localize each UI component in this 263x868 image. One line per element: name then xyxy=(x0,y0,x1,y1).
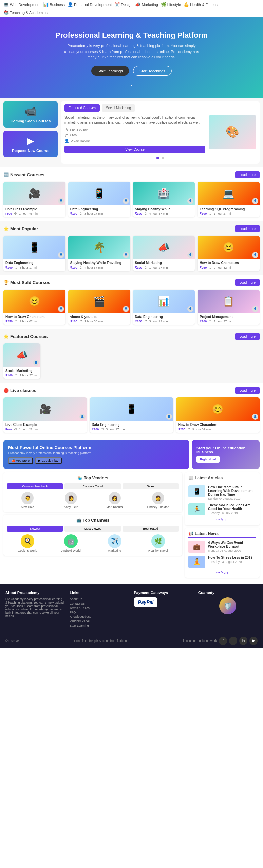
dot-2[interactable] xyxy=(162,157,164,159)
featured-tab-0[interactable]: Featured Courses xyxy=(64,104,100,112)
news-info: 4 Ways We Can Avoid Workplace Burnout Mo… xyxy=(208,541,256,552)
channel-item[interactable]: ✈️ Marketing xyxy=(94,534,135,552)
nav-icon: 💪 xyxy=(184,2,189,7)
clock-icon: ⏱ xyxy=(15,374,18,377)
newest-header: 🆕 Newest Courses Load more xyxy=(3,171,260,178)
right-now-button[interactable]: Right Now! xyxy=(196,456,220,463)
course-duration: 3 hour 17 min xyxy=(106,428,125,431)
live-icon: 🔴 xyxy=(3,388,9,393)
course-thumb-icon: 🏥 xyxy=(158,188,170,199)
avatar: 👤 xyxy=(166,414,172,420)
course-card[interactable]: 📣 👤 Social Marketing ₹100 ⏱ 1 hour 27 mi… xyxy=(133,236,195,271)
footer-link[interactable]: FAQ xyxy=(70,611,129,614)
course-duration: 4 hour 57 min xyxy=(149,212,168,215)
coming-soon-icon: 📹 xyxy=(7,106,54,117)
channel-item[interactable]: 🌿 Healthy Travel xyxy=(137,534,179,552)
course-title: Social Marketing xyxy=(5,369,38,373)
vendor-tab-1[interactable]: Courses Count xyxy=(64,483,121,489)
course-card[interactable]: 😊 👤 How to Draw Characters ₹250 ⏱ 9 hour… xyxy=(198,236,260,271)
course-card[interactable]: 💻 👤 Learning SQL Programming ₹100 ⏱ 1 ho… xyxy=(198,182,260,217)
course-duration: 1 hour 27 min xyxy=(149,266,168,269)
footer-link[interactable]: About Us xyxy=(70,597,129,601)
articles-more-link[interactable]: ••• More xyxy=(188,518,256,522)
vendor-item[interactable]: 👩 Lindsey Thaxton xyxy=(137,492,179,509)
article-item[interactable]: 🏃 These So-Called Vices Are Good for You… xyxy=(188,503,256,515)
newest-load-more[interactable]: Load more xyxy=(235,171,260,178)
request-icon: ▶ xyxy=(7,135,54,146)
footer-link[interactable]: Start Learning xyxy=(70,624,129,627)
course-price: ₹100 xyxy=(70,320,77,323)
course-card[interactable]: 🎥 👤 Live Class Example Free ⏱ 1 hour 45 … xyxy=(3,397,87,433)
nav-item-design[interactable]: ✂️Design xyxy=(114,2,132,7)
request-course-card[interactable]: ▶ Request New Course xyxy=(3,131,58,157)
news-item[interactable]: 🧘 How To Stress Less in 2019 Tuesday 04 … xyxy=(188,556,256,568)
course-card[interactable]: 📊 👤 Data Engineering ₹100 ⏱ 3 hour 17 mi… xyxy=(133,290,195,325)
dot-1[interactable] xyxy=(156,157,159,159)
article-item[interactable]: 📱 How One Mom Fits in Learning Web Devel… xyxy=(188,485,256,500)
facebook-icon[interactable]: f xyxy=(219,637,227,645)
start-teachings-button[interactable]: Start Teachings xyxy=(133,66,172,76)
course-card[interactable]: 📱 👤 Data Engineering ₹100 ⏱ 3 hour 17 mi… xyxy=(3,236,65,271)
footer-link[interactable]: Vendors Panel xyxy=(70,619,129,623)
live-load-more[interactable]: Load more xyxy=(235,387,260,394)
nav-item-web-development[interactable]: 💻Web Development xyxy=(3,2,40,7)
course-card[interactable]: 📱 👤 Data Engineering ₹100 ⏱ 3 hour 17 mi… xyxy=(90,397,173,433)
channel-tab-1[interactable]: Most Viewed xyxy=(64,526,121,532)
nav-item-marketing[interactable]: 📣Marketing xyxy=(135,2,158,7)
view-course-button[interactable]: View Course xyxy=(64,146,205,153)
channel-item[interactable]: 🍳 Cooking world xyxy=(7,534,48,552)
popular-title: ⭐ Most Popular xyxy=(3,226,38,231)
nav-item-lifestyle[interactable]: 🌿Lifestyle xyxy=(161,2,181,7)
featured-tabs: Featured CoursesSocial Marketing xyxy=(64,104,256,112)
course-card[interactable]: 🏥 👤 Staying Healthy While... ₹100 ⏱ 4 ho… xyxy=(133,182,195,217)
channel-tab-2[interactable]: Best Rated xyxy=(123,526,179,532)
coming-soon-card[interactable]: 📹 Coming Soon Courses xyxy=(3,101,58,128)
follow-text: Follow us on social network xyxy=(180,639,217,643)
course-title: vimeo & youtube xyxy=(70,315,128,319)
vendor-item[interactable]: 👩 Andy Field xyxy=(50,492,92,509)
top-channels-section: 📺 Top Channels NewestMost ViewedBest Rat… xyxy=(3,515,182,556)
nav-item-personal-development[interactable]: 👤Personal Development xyxy=(68,2,112,7)
course-card[interactable]: 📣 👤 Social Marketing ₹100 ⏱ 1 hour 27 mi… xyxy=(3,343,40,379)
vendor-tab-0[interactable]: Courses Feedback xyxy=(7,483,63,489)
vendor-item[interactable]: 👩 Mari Kasura xyxy=(94,492,135,509)
course-card[interactable]: 📋 👤 Project Management ₹100 ⏱ 1 hour 27 … xyxy=(198,290,260,325)
course-card[interactable]: 🌴 👤 Staying Healthy While Traveling ₹100… xyxy=(68,236,130,271)
sold-load-more[interactable]: Load more xyxy=(235,279,260,286)
news-item[interactable]: 💼 4 Ways We Can Avoid Workplace Burnout … xyxy=(188,541,256,553)
start-learnings-button[interactable]: Start Learnings xyxy=(91,66,129,76)
course-card[interactable]: 🎬 👤 vimeo & youtube ₹100 ⏱ 1 hour 30 min xyxy=(68,290,130,325)
footer-link[interactable]: Contact Us xyxy=(70,602,129,605)
twitter-icon[interactable]: t xyxy=(229,637,237,645)
course-price: ₹100 xyxy=(70,212,77,215)
vendor-grid: 👨 Alex Cole 👩 Andy Field 👩 Mari Kasura 👩… xyxy=(7,492,179,509)
footer-about-text: Pro Academy is very professional learnin… xyxy=(5,597,65,618)
youtube-icon[interactable]: ▶ xyxy=(249,637,258,645)
vendor-item[interactable]: 👨 Alex Cole xyxy=(7,492,48,509)
footer-link[interactable]: Knowledgebase xyxy=(70,615,129,618)
course-card[interactable]: 😊 👤 How to Draw Characters ₹250 ⏱ 9 hour… xyxy=(176,397,260,433)
course-meta: ₹250 ⏱ 9 hour 02 min xyxy=(178,428,258,431)
instagram-icon[interactable]: in xyxy=(239,637,247,645)
nav-item-teaching-&-academics[interactable]: 📚Teaching & Academics xyxy=(3,10,48,15)
nav-item-health-&-fitness[interactable]: 💪Health & Fitness xyxy=(184,2,218,7)
popular-load-more[interactable]: Load more xyxy=(235,225,260,232)
footer-link[interactable]: Terms & Rules xyxy=(70,606,129,610)
channel-item[interactable]: 🤖 Android World xyxy=(50,534,92,552)
course-price: Free xyxy=(5,212,12,215)
course-meta: ₹100 ⏱ 1 hour 27 min xyxy=(200,212,258,215)
course-title: Live Class Example xyxy=(5,207,63,211)
nav-item-business[interactable]: 📊Business xyxy=(43,2,65,7)
featured-tab-1[interactable]: Social Marketing xyxy=(102,104,135,112)
vendors-icon: 🏪 xyxy=(77,476,82,480)
vendor-tab-2[interactable]: Sales xyxy=(123,483,179,489)
google-play-button[interactable]: ▶ Google Play xyxy=(35,457,62,464)
featured-courses-load-more[interactable]: Load more xyxy=(235,333,260,340)
course-card[interactable]: 🎥 👤 Live Class Example Free ⏱ 1 hour 45 … xyxy=(3,182,65,217)
app-store-button[interactable]: 🍎 App Store xyxy=(8,457,33,464)
news-more-link[interactable]: ••• More xyxy=(188,571,256,574)
course-card[interactable]: 😊 👤 How to Draw Characters ₹250 ⏱ 9 hour… xyxy=(3,290,65,325)
course-card[interactable]: 📱 👤 Data Engineering ₹100 ⏱ 3 hour 17 mi… xyxy=(68,182,130,217)
footer-payment-title: Payment Gateways xyxy=(134,591,193,595)
channel-tab-0[interactable]: Newest xyxy=(7,526,63,532)
